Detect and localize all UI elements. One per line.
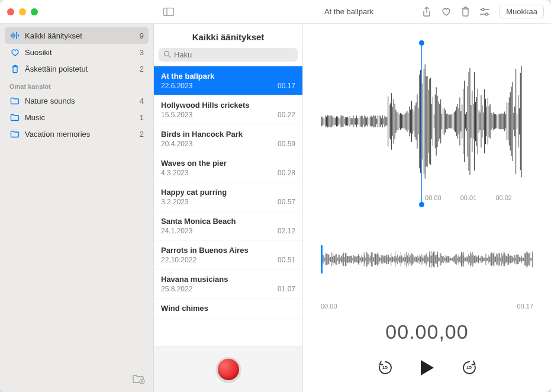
sidebar-item-label: Kaikki äänitykset <box>25 31 140 40</box>
recording-title: Happy cat purring <box>161 188 295 197</box>
search-icon <box>163 50 171 58</box>
sidebar-item-label: Music <box>25 113 140 122</box>
favorite-heart-icon[interactable] <box>441 7 452 17</box>
recording-duration: 00.59 <box>278 140 295 148</box>
recording-date: 24.1.2023 <box>161 227 192 235</box>
record-button[interactable] <box>216 357 241 382</box>
sidebar-toggle-icon[interactable] <box>163 8 174 16</box>
close-window-button[interactable] <box>7 8 14 15</box>
recording-duration: 02.12 <box>278 227 295 235</box>
heart-icon <box>9 49 20 56</box>
recording-title: Hollywood Hills crickets <box>161 101 295 110</box>
recording-duration: 00.22 <box>278 111 295 119</box>
share-icon[interactable] <box>422 7 431 17</box>
trash-icon <box>9 65 20 73</box>
sidebar-item-count: 2 <box>140 130 144 139</box>
skip-back-button[interactable]: 15 <box>378 360 393 375</box>
recording-date: 4.3.2023 <box>161 169 189 177</box>
recording-date: 20.4.2023 <box>161 140 192 148</box>
sidebar-item-count: 4 <box>140 97 144 105</box>
svg-line-15 <box>169 56 170 57</box>
settings-sliders-icon[interactable] <box>479 8 490 16</box>
sidebar-item-label: Äskettäin poistetut <box>25 65 140 73</box>
recording-duration: 00.51 <box>278 256 295 264</box>
sidebar-folder-item[interactable]: Vacation memories2 <box>5 126 149 142</box>
fullscreen-window-button[interactable] <box>31 8 38 15</box>
recording-date: 3.2.2023 <box>161 198 189 206</box>
app-window: At the ballpark Muokkaa Kaikki äänityk <box>0 0 551 392</box>
timecode-display: 00.00,00 <box>303 310 551 349</box>
recording-duration: 01.07 <box>278 285 295 293</box>
search-input[interactable] <box>159 48 298 62</box>
folder-icon <box>9 114 20 121</box>
list-header: Kaikki äänitykset <box>154 24 302 48</box>
sidebar-item-heart[interactable]: Suosikit3 <box>5 44 149 60</box>
new-folder-icon[interactable] <box>132 374 145 385</box>
folder-icon <box>9 130 20 138</box>
traffic-lights <box>7 8 38 15</box>
skip-forward-button[interactable]: 15 <box>462 360 477 375</box>
minimize-window-button[interactable] <box>19 8 26 15</box>
sidebar-folder-item[interactable]: Nature sounds4 <box>5 92 149 109</box>
recording-title: Waves on the pier <box>161 159 295 168</box>
recording-date: 25.8.2022 <box>161 285 192 293</box>
recording-item[interactable]: Havana musicians25.8.202201.07 <box>154 269 302 298</box>
play-button[interactable] <box>419 359 436 377</box>
svg-point-5 <box>485 13 488 15</box>
time-mark: 00.00 <box>425 194 442 201</box>
recording-date: 22.10.2022 <box>161 256 196 264</box>
sidebar-item-trash[interactable]: Äskettäin poistetut2 <box>5 60 149 77</box>
time-mark: 00.01 <box>460 194 477 201</box>
svg-rect-0 <box>164 8 174 15</box>
recording-item[interactable]: Waves on the pier4.3.202300.28 <box>154 153 302 182</box>
sidebar-item-count: 1 <box>140 113 144 122</box>
waveform-icon <box>9 32 20 39</box>
detail-pane: 00.0000.0100.02 00.00 00.17 00.00,00 15 <box>303 24 551 392</box>
playback-controls: 15 15 <box>303 349 551 392</box>
trash-icon[interactable] <box>461 7 470 17</box>
folder-icon <box>9 97 20 105</box>
sidebar-item-label: Suosikit <box>25 48 140 57</box>
recording-duration: 00.28 <box>278 169 295 177</box>
recording-title: Wind chimes <box>161 304 295 313</box>
recordings-list-pane: Kaikki äänitykset At the ballpark22.6.20… <box>154 24 303 392</box>
recording-duration: 00.17 <box>278 82 295 90</box>
recording-title: Havana musicians <box>161 275 295 284</box>
titlebar: At the ballpark Muokkaa <box>0 0 551 24</box>
recording-item[interactable]: Wind chimes <box>154 298 302 319</box>
recording-item[interactable]: Parrots in Buenos Aires22.10.202200.51 <box>154 240 302 269</box>
playhead-overview[interactable] <box>321 245 323 274</box>
recording-duration: 00.57 <box>278 198 295 206</box>
recording-item[interactable]: Birds in Hancock Park20.4.202300.59 <box>154 124 302 153</box>
overview-time-end: 00.17 <box>517 303 533 310</box>
waveform-overview[interactable] <box>303 233 551 299</box>
sidebar: Kaikki äänitykset9Suosikit3Äskettäin poi… <box>0 24 154 392</box>
window-title: At the ballpark <box>324 7 373 16</box>
recording-date: 22.6.2023 <box>161 82 192 90</box>
recording-item[interactable]: Hollywood Hills crickets15.5.202300.22 <box>154 95 302 124</box>
recording-item[interactable]: At the ballpark22.6.202300.17 <box>154 66 302 95</box>
recording-item[interactable]: Happy cat purring3.2.202300.57 <box>154 182 302 211</box>
recording-title: At the ballpark <box>161 72 295 81</box>
recording-title: Parrots in Buenos Aires <box>161 246 295 255</box>
sidebar-folder-item[interactable]: Music1 <box>5 109 149 126</box>
sidebar-item-label: Vacation memories <box>25 130 140 139</box>
recording-item[interactable]: Santa Monica Beach24.1.202302.12 <box>154 211 302 240</box>
record-footer <box>154 346 302 392</box>
edit-button[interactable]: Muokkaa <box>500 5 544 18</box>
recording-title: Santa Monica Beach <box>161 217 295 226</box>
sidebar-item-count: 3 <box>140 48 144 57</box>
sidebar-folders-header: Omat kansiot <box>5 77 149 92</box>
sidebar-item-count: 9 <box>140 31 144 40</box>
overview-time-start: 00.00 <box>321 303 337 310</box>
svg-point-14 <box>165 52 169 56</box>
sidebar-item-count: 2 <box>140 65 144 73</box>
time-mark: 00.02 <box>495 194 512 201</box>
sidebar-item-waveform[interactable]: Kaikki äänitykset9 <box>5 27 149 44</box>
playhead[interactable] <box>421 40 422 205</box>
svg-point-3 <box>482 8 484 11</box>
waveform-zoomed[interactable]: 00.0000.0100.02 <box>303 24 551 233</box>
sidebar-item-label: Nature sounds <box>25 97 140 105</box>
recording-date: 15.5.2023 <box>161 111 192 119</box>
recording-title: Birds in Hancock Park <box>161 130 295 139</box>
